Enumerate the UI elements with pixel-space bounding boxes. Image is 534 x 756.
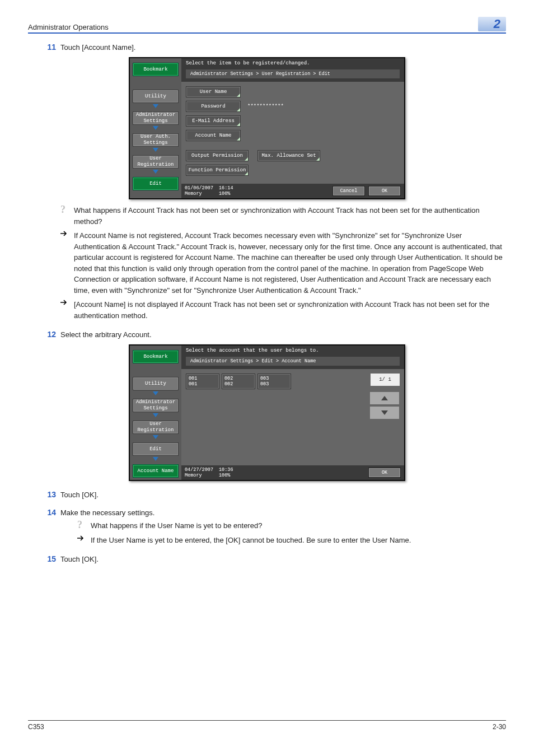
password-button[interactable]: Password	[186, 101, 241, 112]
answer-row: If the User Name is yet to be entered, t…	[77, 535, 506, 546]
admin-settings-button[interactable]: Administrator Settings	[133, 399, 179, 412]
chapter-number: 2	[478, 17, 506, 31]
step-14: 14 Make the necessary settings.	[28, 508, 506, 517]
footer-memory-label: Memory	[185, 473, 202, 478]
account-item[interactable]: 002002	[222, 374, 255, 389]
step-text: Touch [OK].	[60, 490, 506, 499]
svg-text:?: ?	[60, 205, 65, 215]
user-name-button[interactable]: User Name	[186, 86, 241, 97]
page-number: 2-30	[493, 723, 506, 731]
breadcrumb: Administrator Settings > Edit > Account …	[186, 357, 400, 366]
question-text: What happens if the User Name is yet to …	[91, 520, 506, 531]
triangle-up-icon	[381, 396, 388, 400]
step-text: Touch [Account Name].	[60, 43, 506, 52]
question-text: What happens if Account Track has not be…	[74, 205, 506, 227]
footer-memory-label: Memory	[185, 191, 202, 197]
account-name-button[interactable]: Account Name	[133, 464, 179, 478]
footer-date: 04/27/2007	[185, 467, 213, 473]
footer-memory-pct: 100%	[219, 473, 230, 478]
page-up-button[interactable]	[369, 391, 400, 405]
utility-button[interactable]: Utility	[133, 90, 179, 103]
side-nav: Bookmark Utility Administrator Settings …	[130, 346, 181, 480]
answer-text: [Account Name] is not displayed if Accou…	[74, 299, 506, 321]
user-name-value	[244, 87, 400, 97]
question-row: ? What happens if Account Track has not …	[60, 205, 506, 227]
bookmark-button[interactable]: Bookmark	[133, 350, 179, 363]
password-value: ************	[244, 101, 400, 111]
edit-button[interactable]: Edit	[133, 177, 179, 190]
admin-settings-button[interactable]: Administrator Settings	[133, 111, 179, 125]
panel-instruction: Select the account that the user belongs…	[181, 346, 404, 369]
account-item[interactable]: 001001	[186, 374, 219, 389]
arrow-down-icon	[153, 413, 158, 417]
answer-row: If Account Name is not registered, Accou…	[60, 230, 506, 296]
arrow-down-icon	[153, 435, 158, 439]
screen-edit-user: Bookmark Utility Administrator Settings …	[129, 57, 405, 199]
user-registration-button[interactable]: User Registration	[133, 155, 179, 169]
arrow-down-icon	[153, 126, 158, 130]
arrow-right-icon	[60, 299, 74, 321]
max-allowance-button[interactable]: Max. Allowance Set	[257, 150, 320, 161]
cancel-button[interactable]: Cancel	[332, 186, 365, 196]
svg-text:?: ?	[77, 520, 82, 530]
arrow-down-icon	[153, 104, 158, 108]
step-number: 11	[28, 43, 60, 52]
bookmark-button[interactable]: Bookmark	[133, 63, 179, 76]
question-row: ? What happens if the User Name is yet t…	[77, 520, 506, 531]
step-text: Touch [OK].	[60, 554, 506, 563]
panel-footer: 04/27/2007 Memory 10:36 100% OK	[181, 465, 404, 480]
step-text: Select the arbitrary Account.	[60, 330, 506, 339]
arrow-down-icon	[153, 148, 158, 152]
account-name-button[interactable]: Account Name	[186, 130, 241, 141]
footer-memory-pct: 100%	[219, 191, 230, 197]
footer-time: 16:14	[219, 185, 233, 191]
page-down-button[interactable]	[369, 406, 400, 419]
step-number: 15	[28, 554, 60, 563]
user-registration-button[interactable]: User Registration	[133, 421, 179, 434]
step-11: 11 Touch [Account Name].	[28, 43, 506, 52]
email-button[interactable]: E-Mail Address	[186, 115, 241, 127]
footer-date: 01/06/2007	[185, 185, 213, 191]
ok-button[interactable]: OK	[368, 468, 401, 478]
output-permission-button[interactable]: Output Permission	[186, 150, 249, 161]
step-13: 13 Touch [OK].	[28, 490, 506, 499]
footer-time: 10:36	[219, 467, 233, 473]
page-footer: C353 2-30	[28, 720, 506, 731]
panel-footer: 01/06/2007 Memory 16:14 100% Cancel OK	[181, 184, 404, 198]
step-12: 12 Select the arbitrary Account.	[28, 330, 506, 339]
email-value	[244, 116, 400, 126]
step-number: 14	[28, 508, 60, 517]
edit-button[interactable]: Edit	[133, 442, 179, 456]
arrow-right-icon	[77, 535, 91, 546]
triangle-down-icon	[381, 410, 388, 415]
step-text: Make the necessary settings.	[60, 508, 506, 517]
account-name-value	[244, 130, 400, 141]
answer-text: If Account Name is not registered, Accou…	[74, 230, 506, 296]
panel-instruction: Select the item to be registered/changed…	[181, 58, 404, 82]
utility-button[interactable]: Utility	[133, 377, 179, 390]
panel-instruction-text: Select the item to be registered/changed…	[186, 60, 310, 66]
step-number: 13	[28, 490, 60, 499]
page-header: Administrator Operations 2	[28, 17, 506, 34]
question-mark-icon: ?	[77, 520, 91, 531]
model-name: C353	[28, 723, 44, 731]
answer-text: If the User Name is yet to be entered, t…	[91, 535, 506, 546]
question-mark-icon: ?	[60, 205, 74, 227]
arrow-down-icon	[153, 457, 158, 461]
function-permission-button[interactable]: Function Permission	[186, 165, 249, 176]
side-nav: Bookmark Utility Administrator Settings …	[130, 58, 181, 198]
arrow-down-icon	[153, 391, 158, 395]
account-item[interactable]: 003003	[257, 374, 291, 389]
step-number: 12	[28, 330, 60, 339]
arrow-down-icon	[153, 170, 158, 174]
arrow-right-icon	[60, 230, 74, 296]
screen-account-name: Bookmark Utility Administrator Settings …	[129, 344, 405, 481]
answer-row: [Account Name] is not displayed if Accou…	[60, 299, 506, 321]
section-title: Administrator Operations	[28, 23, 109, 31]
breadcrumb: Administrator Settings > User Registrati…	[186, 69, 400, 78]
step-15: 15 Touch [OK].	[28, 554, 506, 563]
ok-button[interactable]: OK	[368, 186, 401, 196]
user-auth-settings-button[interactable]: User Auth. Settings	[133, 133, 179, 147]
panel-instruction-text: Select the account that the user belongs…	[186, 348, 319, 353]
page-indicator: 1/ 1	[371, 374, 400, 386]
